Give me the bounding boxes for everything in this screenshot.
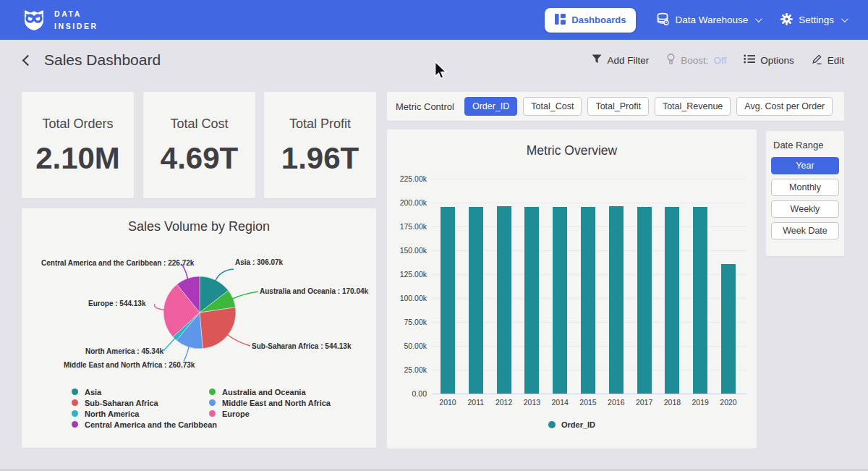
bar-2016[interactable] bbox=[609, 206, 624, 394]
legend-dot bbox=[72, 399, 78, 406]
pie-legend-column-2: Australia and OceaniaMiddle East and Nor… bbox=[209, 386, 331, 419]
y-gridline bbox=[432, 394, 746, 394]
legend-label: Europe bbox=[222, 410, 250, 418]
kpi-value: 4.69T bbox=[143, 141, 255, 176]
x-axis-tick-label: 2020 bbox=[720, 398, 736, 407]
bar-2014[interactable] bbox=[553, 207, 567, 394]
bar-chart-plot-area: 225.00k200.00k175.00k150.00k125.00k100.0… bbox=[387, 130, 757, 449]
legend-label: Central America and the Caribbean bbox=[85, 420, 217, 429]
dashboards-label: Dashboards bbox=[571, 14, 626, 25]
x-axis-tick-label: 2015 bbox=[579, 398, 596, 407]
dashboards-button[interactable]: Dashboards bbox=[545, 8, 636, 33]
date-range-buttons-group: YearMonthlyWeeklyWeek Date bbox=[771, 157, 839, 239]
y-axis-tick-label: 50.00k bbox=[387, 341, 427, 350]
bar-2011[interactable] bbox=[469, 207, 483, 394]
data-warehouse-menu[interactable]: Data Warehouse bbox=[656, 12, 760, 27]
pie-label-australia-and-oceania: Australia and Oceania : 170.04k bbox=[260, 287, 368, 295]
bar-2017[interactable] bbox=[637, 207, 652, 394]
boost-balloon-icon bbox=[666, 54, 676, 67]
x-axis-tick-label: 2011 bbox=[468, 398, 485, 407]
back-chevron-icon[interactable] bbox=[22, 54, 34, 66]
settings-menu[interactable]: Settings bbox=[780, 13, 846, 27]
boost-label: Boost: bbox=[681, 55, 708, 66]
bar-2018[interactable] bbox=[665, 207, 679, 394]
legend-label: Middle East and North Africa bbox=[222, 399, 331, 407]
date-range-button-year[interactable]: Year bbox=[771, 157, 839, 174]
date-range-label: Date Range bbox=[773, 140, 839, 150]
options-button[interactable]: Options bbox=[744, 54, 794, 66]
owl-logo-icon bbox=[22, 7, 46, 34]
pie-legend-item[interactable]: Australia and Oceania bbox=[209, 386, 331, 397]
pie-leader-line bbox=[216, 269, 234, 281]
bar-2019[interactable] bbox=[693, 207, 707, 394]
pie-leader-line bbox=[227, 335, 250, 347]
pie-legend-item[interactable]: Middle East and North Africa bbox=[209, 397, 331, 408]
pie-legend-item[interactable]: Europe bbox=[209, 408, 331, 419]
dashboards-grid-icon bbox=[555, 14, 566, 27]
pie-slice-sub-saharan-africa[interactable] bbox=[200, 307, 236, 349]
kpi-label: Total Orders bbox=[22, 116, 134, 132]
kpi-value: 1.96T bbox=[264, 141, 376, 176]
pie-leader-line bbox=[184, 347, 189, 361]
kpi-label: Total Profit bbox=[264, 116, 376, 132]
kpi-card-total-profit: Total Profit 1.96T bbox=[264, 92, 376, 198]
metric-button-avg-cost-per-order[interactable]: Avg. Cost per Order bbox=[736, 97, 833, 116]
brand-text: DATA INSIDER bbox=[54, 8, 98, 32]
bar-2010[interactable] bbox=[441, 207, 455, 394]
page-title: Sales Dashboard bbox=[44, 51, 161, 69]
metric-buttons-group: Order_IDTotal_CostTotal_ProfitTotal_Reve… bbox=[464, 97, 833, 116]
pie-legend-item[interactable]: Sub-Saharan Africa bbox=[72, 397, 217, 408]
legend-dot bbox=[209, 410, 216, 417]
sales-volume-pie-panel: Sales Volume by Region Asia : 306.07kAus… bbox=[22, 208, 376, 448]
pie-legend-item[interactable]: Central America and the Caribbean bbox=[72, 419, 217, 430]
pie-leader-line bbox=[155, 304, 165, 310]
chevron-down-icon bbox=[755, 15, 762, 22]
pie-label-europe: Europe : 544.13k bbox=[88, 300, 145, 307]
y-axis-tick-label: 100.00k bbox=[387, 294, 427, 302]
metric-overview-chart-panel: Metric Overview 225.00k200.00k175.00k150… bbox=[387, 130, 757, 449]
options-label: Options bbox=[760, 55, 794, 66]
y-axis-tick-label: 175.00k bbox=[387, 222, 427, 231]
pie-label-central-america-and-the-caribbean: Central America and the Caribbean : 226.… bbox=[41, 259, 194, 267]
legend-dot bbox=[548, 421, 556, 428]
metric-button-total-revenue[interactable]: Total_Revenue bbox=[655, 97, 731, 116]
legend-label: Order_ID bbox=[561, 420, 595, 429]
x-axis-tick-label: 2010 bbox=[439, 398, 456, 407]
legend-label: Asia bbox=[85, 388, 101, 396]
chevron-down-icon bbox=[841, 15, 848, 22]
brand: DATA INSIDER bbox=[22, 7, 98, 34]
gear-icon bbox=[780, 13, 793, 27]
kpi-label: Total Cost bbox=[143, 116, 255, 132]
pie-legend-item[interactable]: North America bbox=[72, 408, 217, 419]
metric-button-total-cost[interactable]: Total_Cost bbox=[523, 97, 582, 116]
y-axis-tick-label: 125.00k bbox=[387, 270, 427, 279]
date-range-button-monthly[interactable]: Monthly bbox=[771, 179, 839, 196]
date-range-button-weekly[interactable]: Weekly bbox=[771, 200, 839, 218]
bar-chart-legend: Order_ID bbox=[387, 420, 757, 429]
date-range-panel: Date Range YearMonthlyWeeklyWeek Date bbox=[766, 131, 844, 256]
metric-button-order-id[interactable]: Order_ID bbox=[464, 97, 517, 116]
pie-legend-item[interactable]: Asia bbox=[72, 386, 217, 397]
legend-dot bbox=[72, 389, 78, 395]
kpi-card-total-cost: Total Cost 4.69T bbox=[143, 92, 255, 198]
metric-button-total-profit[interactable]: Total_Profit bbox=[587, 97, 649, 116]
y-gridline bbox=[432, 203, 746, 203]
data-warehouse-label: Data Warehouse bbox=[675, 14, 748, 25]
metric-control-label: Metric Control bbox=[396, 101, 454, 112]
add-filter-button[interactable]: Add Filter bbox=[592, 54, 649, 66]
bar-2013[interactable] bbox=[524, 207, 539, 394]
edit-button[interactable]: Edit bbox=[812, 54, 844, 67]
metric-control-bar: Metric Control Order_IDTotal_CostTotal_P… bbox=[387, 92, 844, 121]
boost-toggle[interactable]: Boost: Off bbox=[666, 54, 726, 67]
bar-2020[interactable] bbox=[721, 264, 736, 394]
date-range-button-week-date[interactable]: Week Date bbox=[771, 222, 839, 239]
settings-label: Settings bbox=[799, 14, 834, 25]
add-filter-label: Add Filter bbox=[607, 55, 649, 66]
kpi-value: 2.10M bbox=[22, 141, 134, 176]
bar-2012[interactable] bbox=[497, 206, 511, 394]
y-axis-tick-label: 0.00 bbox=[387, 389, 427, 398]
legend-dot bbox=[209, 389, 216, 395]
y-axis-tick-label: 200.00k bbox=[387, 198, 427, 207]
pie-label-sub-saharan-africa: Sub-Saharan Africa : 544.13k bbox=[252, 342, 351, 350]
bar-2015[interactable] bbox=[581, 207, 595, 394]
